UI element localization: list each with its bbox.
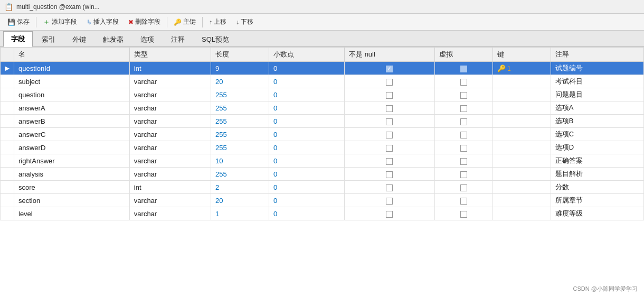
virtual-checkbox[interactable] — [460, 79, 467, 86]
field-virtual[interactable] — [434, 141, 493, 154]
delete-field-button[interactable]: ✖ 删除字段 — [124, 16, 165, 27]
field-type[interactable]: varchar — [129, 88, 211, 101]
field-decimal[interactable]: 0 — [269, 168, 344, 181]
tab-comments[interactable]: 注释 — [163, 32, 193, 47]
field-notnull[interactable] — [345, 88, 435, 101]
field-decimal[interactable]: 0 — [269, 101, 344, 115]
virtual-checkbox[interactable] — [460, 158, 467, 165]
table-row[interactable]: subjectvarchar200考试科目 — [1, 75, 644, 88]
notnull-checkbox[interactable] — [386, 158, 393, 165]
notnull-checkbox[interactable] — [386, 92, 393, 99]
tab-foreign-key[interactable]: 外键 — [64, 32, 94, 47]
field-type[interactable]: varchar — [129, 128, 211, 141]
field-type[interactable]: varchar — [129, 168, 211, 181]
field-notnull[interactable] — [345, 168, 435, 181]
virtual-checkbox[interactable] — [460, 184, 467, 191]
notnull-checkbox[interactable] — [386, 79, 393, 86]
field-virtual[interactable] — [434, 181, 493, 194]
field-type[interactable]: varchar — [129, 115, 211, 128]
field-virtual[interactable] — [434, 88, 493, 101]
field-decimal[interactable]: 0 — [269, 141, 344, 154]
virtual-checkbox[interactable] — [460, 118, 467, 125]
field-name[interactable]: rightAnswer — [14, 154, 130, 168]
field-length[interactable]: 2 — [211, 181, 269, 194]
table-row[interactable]: answerDvarchar2550选项D — [1, 141, 644, 154]
field-notnull[interactable] — [345, 207, 435, 220]
field-length[interactable]: 20 — [211, 194, 269, 207]
table-row[interactable]: sectionvarchar200所属章节 — [1, 194, 644, 207]
save-button[interactable]: 💾 保存 — [3, 16, 34, 27]
field-notnull[interactable] — [345, 128, 435, 141]
table-row[interactable]: scoreint20分数 — [1, 181, 644, 194]
field-length[interactable]: 9 — [211, 62, 269, 75]
virtual-checkbox[interactable] — [460, 198, 467, 205]
tab-triggers[interactable]: 触发器 — [95, 32, 131, 47]
field-virtual[interactable] — [434, 128, 493, 141]
field-type[interactable]: varchar — [129, 101, 211, 115]
field-name[interactable]: questionId — [14, 62, 130, 75]
field-length[interactable]: 10 — [211, 154, 269, 168]
field-length[interactable]: 255 — [211, 128, 269, 141]
field-name[interactable]: answerB — [14, 115, 130, 128]
virtual-checkbox[interactable] — [460, 211, 467, 218]
field-decimal[interactable]: 0 — [269, 75, 344, 88]
field-decimal[interactable]: 0 — [269, 128, 344, 141]
field-notnull[interactable] — [345, 181, 435, 194]
virtual-checkbox[interactable] — [460, 92, 467, 99]
field-length[interactable]: 255 — [211, 101, 269, 115]
field-decimal[interactable]: 0 — [269, 154, 344, 168]
table-row[interactable]: answerBvarchar2550选项B — [1, 115, 644, 128]
virtual-checkbox[interactable] — [460, 145, 467, 152]
field-name[interactable]: level — [14, 207, 130, 220]
field-name[interactable]: section — [14, 194, 130, 207]
table-row[interactable]: answerAvarchar2550选项A — [1, 101, 644, 115]
field-virtual[interactable] — [434, 207, 493, 220]
field-name[interactable]: subject — [14, 75, 130, 88]
field-decimal[interactable]: 0 — [269, 194, 344, 207]
virtual-checkbox[interactable] — [460, 132, 467, 138]
field-virtual[interactable] — [434, 154, 493, 168]
table-row[interactable]: answerCvarchar2550选项C — [1, 128, 644, 141]
field-type[interactable]: varchar — [129, 141, 211, 154]
field-length[interactable]: 255 — [211, 115, 269, 128]
field-name[interactable]: score — [14, 181, 130, 194]
virtual-checkbox[interactable] — [460, 66, 467, 72]
notnull-checkbox[interactable] — [386, 118, 393, 125]
field-decimal[interactable]: 0 — [269, 207, 344, 220]
field-virtual[interactable] — [434, 101, 493, 115]
field-length[interactable]: 255 — [211, 141, 269, 154]
field-type[interactable]: varchar — [129, 207, 211, 220]
field-virtual[interactable] — [434, 62, 493, 75]
notnull-checkbox[interactable] — [386, 105, 393, 112]
field-notnull[interactable] — [345, 115, 435, 128]
field-decimal[interactable]: 0 — [269, 115, 344, 128]
table-row[interactable]: questionvarchar2550问题题目 — [1, 88, 644, 101]
notnull-checkbox[interactable] — [386, 211, 393, 218]
field-virtual[interactable] — [434, 115, 493, 128]
field-decimal[interactable]: 0 — [269, 62, 344, 75]
field-type[interactable]: int — [129, 62, 211, 75]
field-name[interactable]: answerD — [14, 141, 130, 154]
notnull-checkbox[interactable] — [386, 198, 393, 205]
table-row[interactable]: levelvarchar10难度等级 — [1, 207, 644, 220]
field-decimal[interactable]: 0 — [269, 88, 344, 101]
field-notnull[interactable] — [345, 75, 435, 88]
field-type[interactable]: int — [129, 181, 211, 194]
field-name[interactable]: analysis — [14, 168, 130, 181]
field-notnull[interactable] — [345, 101, 435, 115]
field-notnull[interactable] — [345, 62, 435, 75]
field-notnull[interactable] — [345, 141, 435, 154]
primary-key-button[interactable]: 🔑 主键 — [169, 16, 200, 27]
notnull-checkbox[interactable] — [386, 132, 393, 138]
field-length[interactable]: 20 — [211, 75, 269, 88]
field-name[interactable]: answerA — [14, 101, 130, 115]
table-row[interactable]: analysisvarchar2550题目解析 — [1, 168, 644, 181]
table-row[interactable]: rightAnswervarchar100正确答案 — [1, 154, 644, 168]
field-length[interactable]: 255 — [211, 168, 269, 181]
add-field-button[interactable]: ＋ 添加字段 — [39, 16, 81, 28]
notnull-checkbox[interactable] — [386, 184, 393, 191]
insert-field-button[interactable]: ↳ 插入字段 — [82, 16, 123, 27]
notnull-checkbox[interactable] — [386, 145, 393, 152]
field-name[interactable]: question — [14, 88, 130, 101]
field-virtual[interactable] — [434, 194, 493, 207]
